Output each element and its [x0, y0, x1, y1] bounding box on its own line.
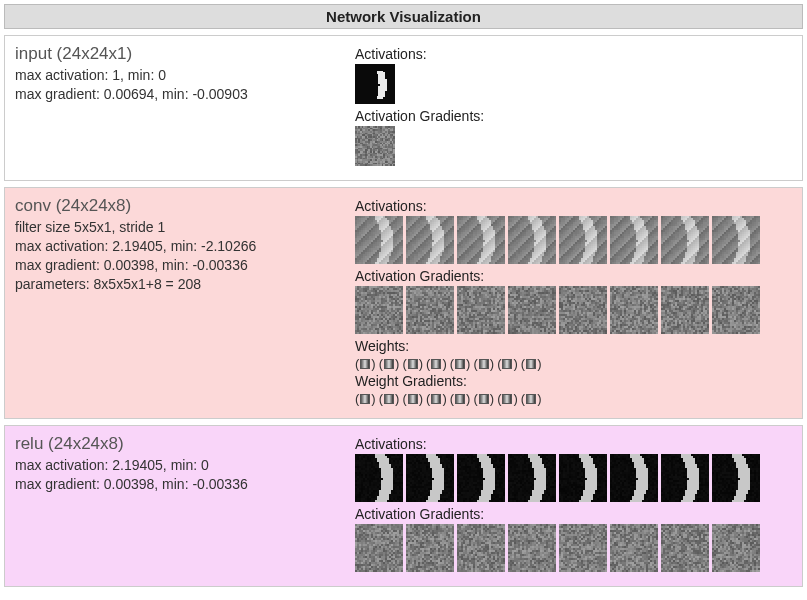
page-title: Network Visualization — [4, 4, 803, 29]
weight-chip[interactable]: () — [497, 356, 518, 371]
weight-glyph-icon — [360, 394, 370, 404]
activation-gradients-label: Activation Gradients: — [355, 506, 792, 522]
layer-name: input (24x24x1) — [15, 44, 335, 64]
weight-chip[interactable]: () — [521, 356, 542, 371]
weight-gradients-label: Weight Gradients: — [355, 373, 792, 389]
weight-glyph-icon — [479, 359, 489, 369]
weight-chip[interactable]: () — [355, 356, 376, 371]
activation-thumb[interactable] — [610, 454, 658, 502]
layer-activation-range: max activation: 1, min: 0 — [15, 66, 335, 85]
activation-thumb[interactable] — [559, 524, 607, 572]
activation-gradients-label: Activation Gradients: — [355, 108, 792, 124]
activation-thumb[interactable] — [457, 216, 505, 264]
layer-name: relu (24x24x8) — [15, 434, 335, 454]
weight-chip[interactable]: () — [426, 391, 447, 406]
layer-relu-viz: Activations: Activation Gradients: — [355, 434, 792, 576]
layer-conv-meta: conv (24x24x8) filter size 5x5x1, stride… — [15, 196, 335, 408]
activation-thumb[interactable] — [559, 216, 607, 264]
activation-thumb[interactable] — [610, 286, 658, 334]
weight-chip[interactable]: () — [379, 356, 400, 371]
activations-label: Activations: — [355, 436, 792, 452]
activation-thumb[interactable] — [712, 454, 760, 502]
activation-thumb[interactable] — [661, 286, 709, 334]
layer-input-meta: input (24x24x1) max activation: 1, min: … — [15, 44, 335, 170]
weight-glyph-icon — [479, 394, 489, 404]
activation-thumb[interactable] — [457, 286, 505, 334]
weight-chip[interactable]: () — [426, 356, 447, 371]
weight-chip[interactable]: () — [450, 356, 471, 371]
weight-glyph-icon — [408, 394, 418, 404]
activation-gradients-label: Activation Gradients: — [355, 268, 792, 284]
layer-conv-viz: Activations: Activation Gradients: Weigh… — [355, 196, 792, 408]
activation-thumb[interactable] — [508, 454, 556, 502]
weight-chip[interactable]: () — [402, 391, 423, 406]
layer-gradient-range: max gradient: 0.00694, min: -0.00903 — [15, 85, 335, 104]
layer-activation-range: max activation: 2.19405, min: -2.10266 — [15, 237, 335, 256]
activation-thumb[interactable] — [610, 216, 658, 264]
weight-glyph-icon — [455, 394, 465, 404]
layer-gradient-range: max gradient: 0.00398, min: -0.00336 — [15, 256, 335, 275]
weight-glyph-icon — [502, 359, 512, 369]
weight-glyph-icon — [384, 394, 394, 404]
weight-chip[interactable]: () — [473, 391, 494, 406]
activation-thumb[interactable] — [559, 286, 607, 334]
activation-thumb[interactable] — [661, 454, 709, 502]
weight-chip[interactable]: () — [450, 391, 471, 406]
layer-conv: conv (24x24x8) filter size 5x5x1, stride… — [4, 187, 803, 419]
layer-activation-range: max activation: 2.19405, min: 0 — [15, 456, 335, 475]
activation-thumb[interactable] — [355, 126, 395, 166]
activation-thumb[interactable] — [508, 286, 556, 334]
layer-relu-meta: relu (24x24x8) max activation: 2.19405, … — [15, 434, 335, 576]
weight-chip[interactable]: () — [402, 356, 423, 371]
layer-relu: relu (24x24x8) max activation: 2.19405, … — [4, 425, 803, 587]
activation-thumb[interactable] — [457, 454, 505, 502]
layer-input-viz: Activations: Activation Gradients: — [355, 44, 792, 170]
activation-thumb[interactable] — [712, 216, 760, 264]
weight-chip[interactable]: () — [355, 391, 376, 406]
weights-label: Weights: — [355, 338, 792, 354]
activation-thumb[interactable] — [406, 524, 454, 572]
weight-chip[interactable]: () — [379, 391, 400, 406]
activation-thumb[interactable] — [406, 216, 454, 264]
activation-thumb[interactable] — [406, 454, 454, 502]
weight-glyph-icon — [526, 394, 536, 404]
weight-chip[interactable]: () — [473, 356, 494, 371]
layer-params: parameters: 8x5x5x1+8 = 208 — [15, 275, 335, 294]
layer-name: conv (24x24x8) — [15, 196, 335, 216]
weight-chip[interactable]: () — [497, 391, 518, 406]
activation-thumb[interactable] — [355, 454, 403, 502]
activation-thumb[interactable] — [610, 524, 658, 572]
activation-thumb[interactable] — [355, 524, 403, 572]
activation-thumb[interactable] — [508, 216, 556, 264]
weight-glyph-icon — [502, 394, 512, 404]
activation-thumb[interactable] — [661, 524, 709, 572]
activation-thumb[interactable] — [406, 286, 454, 334]
layer-filter-info: filter size 5x5x1, stride 1 — [15, 218, 335, 237]
activation-thumb[interactable] — [661, 216, 709, 264]
weight-glyph-icon — [455, 359, 465, 369]
activations-label: Activations: — [355, 46, 792, 62]
layer-gradient-range: max gradient: 0.00398, min: -0.00336 — [15, 475, 335, 494]
layer-input: input (24x24x1) max activation: 1, min: … — [4, 35, 803, 181]
weight-glyph-icon — [360, 359, 370, 369]
activation-thumb[interactable] — [712, 286, 760, 334]
weight-glyph-icon — [526, 359, 536, 369]
weight-glyph-icon — [431, 359, 441, 369]
activation-thumb[interactable] — [508, 524, 556, 572]
weight-chip[interactable]: () — [521, 391, 542, 406]
activation-thumb[interactable] — [559, 454, 607, 502]
activations-label: Activations: — [355, 198, 792, 214]
weight-glyph-icon — [408, 359, 418, 369]
weight-glyph-icon — [384, 359, 394, 369]
activation-thumb[interactable] — [355, 64, 395, 104]
activation-thumb[interactable] — [712, 524, 760, 572]
activation-thumb[interactable] — [355, 286, 403, 334]
activation-thumb[interactable] — [355, 216, 403, 264]
weight-glyph-icon — [431, 394, 441, 404]
activation-thumb[interactable] — [457, 524, 505, 572]
